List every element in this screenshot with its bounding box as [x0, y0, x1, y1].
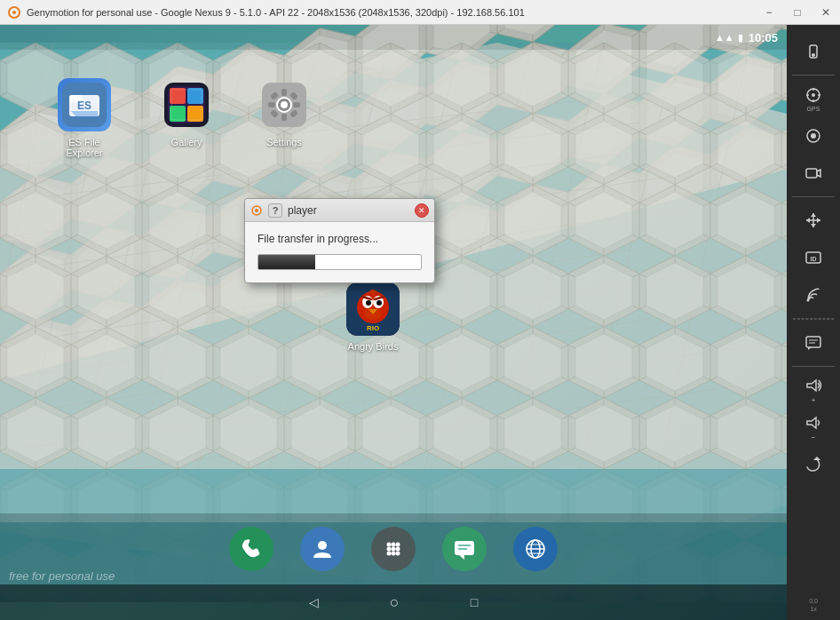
battery-icon: ▮ [738, 32, 743, 44]
dialog-help-button[interactable]: ? [268, 203, 282, 218]
toolbar-id-button[interactable]: ID [793, 240, 834, 275]
status-bar: ▲▲ ▮ 10:05 [0, 25, 787, 50]
svg-point-71 [364, 307, 382, 320]
svg-rect-47 [187, 106, 203, 122]
dialog-logo-icon [250, 204, 263, 217]
svg-point-79 [396, 547, 400, 552]
svg-point-76 [396, 543, 400, 547]
title-bar-left: Genymotion for personal use - Google Nex… [0, 5, 525, 20]
dialog-body: File transfer in progress... [245, 222, 434, 282]
close-button[interactable]: ✕ [812, 0, 840, 25]
progress-bar [258, 254, 422, 270]
dock-messages[interactable] [442, 527, 487, 571]
gps-label: GPS [807, 106, 820, 112]
back-button[interactable]: ◁ [309, 595, 319, 609]
svg-point-67 [376, 300, 382, 306]
svg-marker-121 [813, 457, 820, 460]
dock-contacts[interactable] [300, 527, 345, 571]
svg-point-81 [392, 552, 396, 556]
settings-label: Settings [266, 137, 302, 147]
title-bar-controls: − □ ✕ [755, 0, 840, 24]
toolbar-rotate-button[interactable] [793, 447, 834, 482]
status-time: 10:05 [749, 31, 778, 44]
angry-birds-icon: RIO [346, 282, 400, 336]
app-icon-es-file-explorer[interactable]: ES ES File Explorer [53, 78, 115, 158]
window-title: Genymotion for personal use - Google Nex… [27, 7, 525, 18]
svg-marker-109 [811, 224, 816, 227]
app-icon-settings[interactable]: Settings [258, 78, 311, 158]
toolbar-gps-button[interactable]: GPS [793, 81, 834, 116]
svg-text:ID: ID [811, 256, 817, 262]
toolbar-video-button[interactable] [793, 155, 834, 191]
svg-rect-83 [455, 541, 474, 555]
toolbar-divider-1 [792, 75, 835, 76]
vol-up-plus: + [812, 396, 816, 404]
gallery-icon [160, 78, 213, 131]
svg-rect-104 [806, 169, 817, 178]
svg-marker-120 [807, 417, 816, 428]
svg-marker-111 [817, 218, 820, 223]
progress-bar-fill [258, 255, 315, 269]
svg-point-51 [281, 101, 288, 108]
svg-text:ES: ES [77, 99, 91, 112]
status-icons: ▲▲ ▮ [715, 32, 743, 44]
svg-rect-54 [268, 102, 275, 107]
transfer-status-text: File transfer in progress... [258, 233, 422, 245]
navigation-bar: ◁ ○ □ [0, 584, 787, 620]
svg-point-74 [387, 543, 392, 547]
toolbar-camera-button[interactable] [793, 118, 834, 154]
minimize-button[interactable]: − [755, 0, 783, 25]
svg-point-78 [392, 547, 396, 552]
svg-point-66 [366, 300, 371, 306]
android-screen: ▲▲ ▮ 10:05 ES ES File Explorer [0, 25, 787, 620]
app-icon-gallery[interactable]: Gallery [160, 78, 213, 158]
svg-point-95 [812, 53, 815, 57]
dock-apps[interactable] [371, 527, 416, 571]
svg-point-114 [807, 299, 810, 302]
svg-rect-43 [170, 88, 186, 104]
desktop-icons: ES ES File Explorer [53, 78, 311, 158]
toolbar-power-button[interactable] [793, 34, 834, 69]
dock-globe[interactable] [513, 527, 558, 571]
maximize-button[interactable]: □ [783, 0, 812, 25]
gallery-label: Gallery [171, 137, 202, 147]
app-icon-angry-birds[interactable]: RIO Angry Birds [346, 282, 400, 352]
svg-point-75 [392, 543, 396, 547]
svg-point-103 [811, 133, 816, 139]
svg-marker-105 [817, 170, 820, 177]
toolbar-sms-button[interactable] [793, 325, 834, 361]
recents-button[interactable]: □ [471, 595, 478, 609]
home-button[interactable]: ○ [390, 593, 400, 612]
dialog-titlebar: ? player ✕ [245, 199, 434, 222]
svg-marker-110 [806, 218, 810, 223]
toolbar-volume-up-button[interactable]: + [793, 372, 834, 408]
file-transfer-dialog: ? player ✕ File transfer in progress... [244, 198, 435, 283]
svg-marker-119 [807, 380, 816, 391]
svg-rect-52 [281, 89, 287, 96]
svg-marker-108 [811, 213, 816, 217]
wifi-icon: ▲▲ [715, 32, 734, 43]
toolbar-divider-3 [792, 366, 835, 367]
svg-point-80 [387, 552, 392, 556]
vol-down-minus: − [812, 433, 816, 441]
watermark-text: free for personal use [9, 569, 115, 583]
dock-phone[interactable] [229, 527, 273, 571]
svg-point-82 [396, 552, 400, 556]
toolbar-divider-2 [792, 196, 835, 197]
dialog-controls: ✕ [415, 203, 429, 218]
svg-marker-84 [459, 555, 464, 560]
emulator-area: ▲▲ ▮ 10:05 ES ES File Explorer [0, 25, 787, 620]
toolbar-move-button[interactable] [793, 203, 834, 238]
svg-rect-115 [806, 337, 820, 347]
toolbar-coordinates: 0,01x [809, 597, 818, 620]
toolbar-volume-down-button[interactable]: − [793, 409, 834, 445]
svg-point-73 [318, 541, 327, 550]
dialog-close-button[interactable]: ✕ [415, 203, 429, 218]
es-file-explorer-label: ES File Explorer [53, 137, 115, 158]
app-icon [7, 5, 21, 20]
toolbar-cast-button[interactable] [793, 277, 834, 313]
svg-rect-46 [170, 106, 186, 122]
title-bar: Genymotion for personal use - Google Nex… [0, 0, 840, 25]
svg-rect-55 [293, 102, 300, 107]
right-toolbar: GPS ID [787, 25, 840, 620]
